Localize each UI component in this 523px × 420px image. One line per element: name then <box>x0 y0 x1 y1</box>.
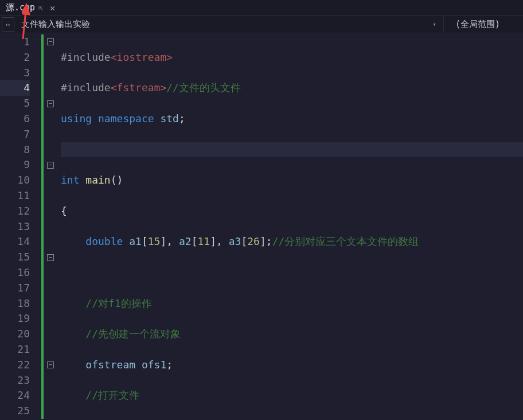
scope-label: (全局范围) <box>455 19 500 29</box>
scope-dropdown[interactable]: (全局范围) <box>443 17 523 32</box>
fold-toggle[interactable]: − <box>47 254 54 261</box>
close-icon[interactable]: ✕ <box>50 3 55 13</box>
chevron-down-icon: ▾ <box>432 21 436 28</box>
code-editor[interactable]: 123 4 567 8910 111213 141516 171819 2021… <box>0 33 523 420</box>
pin-icon[interactable]: ⇱ <box>38 3 43 12</box>
file-tab[interactable]: 源.cpp ⇱ ✕ <box>0 0 61 15</box>
breadcrumb-label: 文件输入输出实验 <box>21 19 90 30</box>
tab-label: 源.cpp <box>6 2 35 13</box>
fold-toggle[interactable]: − <box>47 38 54 45</box>
breadcrumb-dropdown[interactable]: 文件输入输出实验 ▾ <box>14 17 443 32</box>
fold-gutter: − − − − − <box>44 33 57 420</box>
fold-toggle[interactable]: − <box>47 162 54 169</box>
fold-toggle[interactable]: − <box>47 361 54 368</box>
nav-back-icon[interactable]: ↔ <box>2 17 14 32</box>
navigation-bar: ↔ 文件输入输出实验 ▾ (全局范围) <box>0 16 523 33</box>
fold-toggle[interactable]: − <box>47 100 54 107</box>
tab-bar: 源.cpp ⇱ ✕ <box>0 0 523 16</box>
code-area[interactable]: #include<iostream> #include<fstream>//文件… <box>57 33 523 420</box>
line-number-gutter: 123 4 567 8910 111213 141516 171819 2021… <box>0 33 41 420</box>
